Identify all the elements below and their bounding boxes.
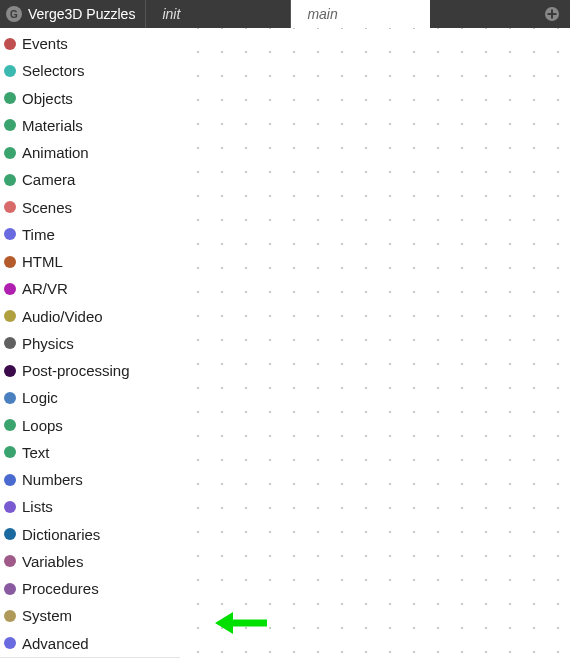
category-label: Scenes: [22, 196, 72, 219]
category-dot-icon: [4, 610, 16, 622]
category-item[interactable]: Lists: [0, 493, 180, 520]
category-label: Audio/Video: [22, 305, 103, 328]
category-label: Objects: [22, 87, 73, 110]
category-item[interactable]: Materials: [0, 112, 180, 139]
category-dot-icon: [4, 583, 16, 595]
category-dot-icon: [4, 446, 16, 458]
category-item[interactable]: Logic: [0, 384, 180, 411]
tab-main[interactable]: main: [290, 0, 430, 28]
category-dot-icon: [4, 555, 16, 567]
category-label: Loops: [22, 414, 63, 437]
category-item[interactable]: Post-processing: [0, 357, 180, 384]
plus-icon: [544, 6, 560, 22]
tab-spacer: [430, 0, 534, 28]
category-item[interactable]: Physics: [0, 330, 180, 357]
workspace: EventsSelectorsObjectsMaterialsAnimation…: [0, 28, 570, 658]
category-label: Selectors: [22, 59, 85, 82]
category-dot-icon: [4, 201, 16, 213]
category-item[interactable]: Events: [0, 30, 180, 57]
category-item[interactable]: Scenes: [0, 194, 180, 221]
brand-label: Verge3D Puzzles: [28, 6, 135, 22]
category-label: Text: [22, 441, 50, 464]
category-item[interactable]: Variables: [0, 548, 180, 575]
svg-marker-4: [215, 612, 233, 634]
category-label: Events: [22, 32, 68, 55]
category-dot-icon: [4, 228, 16, 240]
tab-init[interactable]: init: [145, 0, 290, 28]
category-item[interactable]: Objects: [0, 85, 180, 112]
category-dot-icon: [4, 283, 16, 295]
category-label: Camera: [22, 168, 75, 191]
category-dot-icon: [4, 174, 16, 186]
category-dot-icon: [4, 501, 16, 513]
category-item[interactable]: Procedures: [0, 575, 180, 602]
category-dot-icon: [4, 419, 16, 431]
category-item[interactable]: Time: [0, 221, 180, 248]
category-item[interactable]: Dictionaries: [0, 521, 180, 548]
category-item[interactable]: Numbers: [0, 466, 180, 493]
category-label: Numbers: [22, 468, 83, 491]
category-dot-icon: [4, 310, 16, 322]
category-item[interactable]: Camera: [0, 166, 180, 193]
category-label: Animation: [22, 141, 89, 164]
category-item[interactable]: AR/VR: [0, 275, 180, 302]
category-item[interactable]: Animation: [0, 139, 180, 166]
category-label: Procedures: [22, 577, 99, 600]
category-item[interactable]: HTML: [0, 248, 180, 275]
brand: G Verge3D Puzzles: [0, 0, 145, 28]
category-label: Physics: [22, 332, 74, 355]
svg-rect-2: [548, 13, 557, 15]
category-dot-icon: [4, 256, 16, 268]
category-label: Advanced: [22, 632, 89, 655]
category-label: System: [22, 604, 72, 627]
category-dot-icon: [4, 365, 16, 377]
add-tab-button[interactable]: [534, 0, 570, 28]
category-item[interactable]: Loops: [0, 412, 180, 439]
category-label: Time: [22, 223, 55, 246]
category-dot-icon: [4, 337, 16, 349]
tab-main-label: main: [307, 6, 337, 22]
category-item[interactable]: Selectors: [0, 57, 180, 84]
category-item[interactable]: Text: [0, 439, 180, 466]
top-bar: G Verge3D Puzzles init main: [0, 0, 570, 28]
category-dot-icon: [4, 65, 16, 77]
annotation-arrow: [215, 608, 270, 642]
category-item[interactable]: Audio/Video: [0, 303, 180, 330]
category-dot-icon: [4, 474, 16, 486]
category-dot-icon: [4, 392, 16, 404]
category-label: Post-processing: [22, 359, 130, 382]
category-label: Dictionaries: [22, 523, 100, 546]
category-label: AR/VR: [22, 277, 68, 300]
category-label: Materials: [22, 114, 83, 137]
category-item[interactable]: System: [0, 602, 180, 629]
tab-init-label: init: [162, 6, 180, 22]
category-sidebar: EventsSelectorsObjectsMaterialsAnimation…: [0, 28, 180, 658]
category-item[interactable]: Advanced: [0, 630, 180, 657]
category-label: Logic: [22, 386, 58, 409]
brand-icon: G: [6, 6, 22, 22]
category-dot-icon: [4, 119, 16, 131]
category-label: HTML: [22, 250, 63, 273]
category-dot-icon: [4, 92, 16, 104]
category-dot-icon: [4, 147, 16, 159]
canvas-grid: [180, 28, 570, 658]
puzzle-canvas[interactable]: [180, 28, 570, 658]
category-dot-icon: [4, 38, 16, 50]
category-dot-icon: [4, 528, 16, 540]
category-dot-icon: [4, 637, 16, 649]
category-label: Variables: [22, 550, 83, 573]
category-label: Lists: [22, 495, 53, 518]
